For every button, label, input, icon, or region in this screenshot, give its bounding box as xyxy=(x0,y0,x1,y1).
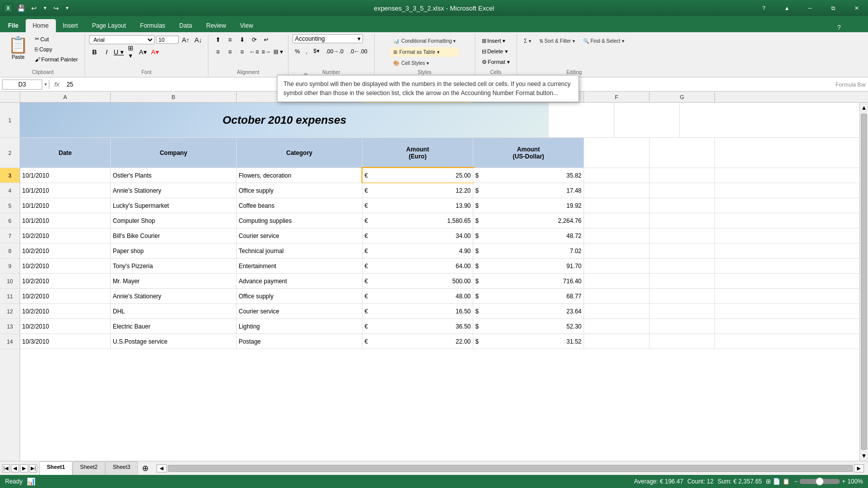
header-amount-euro[interactable]: Amount (Euro) xyxy=(363,138,473,168)
close-button[interactable]: ✕ xyxy=(845,0,868,16)
cell-b5[interactable]: Lucky's Supermarket xyxy=(111,198,237,213)
cell-d9[interactable]: € 64.00 xyxy=(363,259,473,273)
tab-insert[interactable]: Insert xyxy=(56,19,85,32)
sheet-nav-prev[interactable]: ◀ xyxy=(11,464,19,472)
row-num-7[interactable]: 7 xyxy=(0,228,20,243)
cell-e5[interactable]: $ 19.92 xyxy=(473,198,584,213)
cell-g8[interactable] xyxy=(649,243,715,258)
zoom-out-button[interactable]: − xyxy=(794,478,798,485)
header-company[interactable]: Company xyxy=(111,138,237,168)
row-num-14[interactable]: 14 xyxy=(0,334,20,349)
col-header-a[interactable]: A xyxy=(20,92,111,103)
cell-styles-button[interactable]: 🎨 Cell Styles ▾ xyxy=(390,58,459,68)
sort-filter-button[interactable]: ⇅ Sort & Filter ▾ xyxy=(536,36,578,46)
cell-b8[interactable]: Paper shop xyxy=(111,243,237,258)
fill-color-button[interactable]: A▾ xyxy=(137,46,149,57)
format-painter-button[interactable]: 🖌 Format Painter xyxy=(32,55,81,64)
row-num-10[interactable]: 10 xyxy=(0,274,20,289)
cell-g10[interactable] xyxy=(649,274,715,288)
accounting-number-format-dropdown[interactable]: Accounting ▾ xyxy=(293,34,363,43)
cell-a14[interactable]: 10/3/2010 xyxy=(20,334,111,349)
cell-f10[interactable] xyxy=(584,274,649,288)
cell-a5[interactable]: 10/1/2010 xyxy=(20,198,111,213)
cell-g14[interactable] xyxy=(649,334,715,349)
save-icon[interactable]: 💾 xyxy=(15,4,27,13)
cell-c10[interactable]: Advance payment xyxy=(237,274,363,288)
row-num-8[interactable]: 8 xyxy=(0,243,20,259)
row-num-2[interactable]: 2 xyxy=(0,138,20,168)
row-num-13[interactable]: 13 xyxy=(0,319,20,334)
cell-c11[interactable]: Office supply xyxy=(237,289,363,303)
increase-decimal-button[interactable]: .0←.00 xyxy=(347,47,370,56)
underline-button[interactable]: U ▾ xyxy=(113,46,124,57)
cell-g1[interactable] xyxy=(614,103,680,137)
cell-d11[interactable]: € 48.00 xyxy=(363,289,473,303)
delete-button[interactable]: ⊟ Delete ▾ xyxy=(479,47,511,56)
cell-b3[interactable]: Ostler's Plants xyxy=(111,168,237,183)
cell-c8[interactable]: Technical journal xyxy=(237,243,363,258)
tab-data[interactable]: Data xyxy=(172,19,199,32)
scroll-thumb-vertical[interactable] xyxy=(861,114,867,450)
sheet-tab-2[interactable]: Sheet2 xyxy=(73,461,105,475)
sheet-nav-next[interactable]: ▶ xyxy=(20,464,28,472)
corner-cell[interactable] xyxy=(0,92,20,102)
cell-f12[interactable] xyxy=(584,304,649,318)
format-as-table-button[interactable]: ⊞ Format as Table ▾ xyxy=(390,47,459,57)
cut-button[interactable]: ✂ Cut xyxy=(32,34,81,44)
cell-g3[interactable] xyxy=(649,168,715,183)
row-num-5[interactable]: 5 xyxy=(0,198,20,213)
cell-a9[interactable]: 10/2/2010 xyxy=(20,259,111,273)
cell-b13[interactable]: Electric Bauer xyxy=(111,319,237,334)
header-date[interactable]: Date xyxy=(20,138,111,168)
align-right-button[interactable]: ≡ xyxy=(237,46,248,57)
align-top-button[interactable]: ⬆ xyxy=(212,34,224,45)
scroll-up-button[interactable]: ▲ xyxy=(860,103,868,113)
percent-button[interactable]: % xyxy=(293,47,303,56)
scroll-thumb-horizontal[interactable] xyxy=(168,465,853,472)
restore-button[interactable]: ⧉ xyxy=(822,0,845,16)
new-sheet-button[interactable]: ⊕ xyxy=(138,461,153,475)
align-left-button[interactable]: ≡ xyxy=(212,46,224,57)
decrease-font-size-button[interactable]: A↓ xyxy=(193,34,204,45)
sheet-tab-1[interactable]: Sheet1 xyxy=(39,461,73,475)
cell-e14[interactable]: $ 31.52 xyxy=(473,334,584,349)
find-select-button[interactable]: 🔍 Find & Select ▾ xyxy=(580,36,627,46)
cell-g11[interactable] xyxy=(649,289,715,303)
cell-a6[interactable]: 10/1/2010 xyxy=(20,213,111,228)
cell-f5[interactable] xyxy=(584,198,649,213)
cell-e13[interactable]: $ 52.30 xyxy=(473,319,584,334)
wrap-text-button[interactable]: ↵ xyxy=(261,34,272,45)
cell-f11[interactable] xyxy=(584,289,649,303)
cell-ref-dropdown-arrow[interactable]: ▾ xyxy=(44,82,47,87)
normal-view-button[interactable]: ⊞ xyxy=(766,478,771,485)
decrease-indent-button[interactable]: ←≡ xyxy=(249,46,260,57)
cell-d10[interactable]: € 500.00 xyxy=(363,274,473,288)
cell-d3[interactable]: € 25.00 xyxy=(363,168,473,183)
header-category[interactable]: Category xyxy=(237,138,363,168)
increase-font-size-button[interactable]: A↑ xyxy=(180,34,191,45)
cell-c5[interactable]: Coffee beans xyxy=(237,198,363,213)
zoom-in-button[interactable]: + xyxy=(842,478,845,485)
cell-f2[interactable] xyxy=(584,138,649,168)
cell-c9[interactable]: Entertainment xyxy=(237,259,363,273)
zoom-slider[interactable] xyxy=(800,479,840,484)
cell-e12[interactable]: $ 23.64 xyxy=(473,304,584,318)
autosum-button[interactable]: Σ ▾ xyxy=(521,36,534,46)
vertical-scrollbar[interactable]: ▲ ▼ xyxy=(859,103,868,461)
tab-home[interactable]: Home xyxy=(26,19,56,32)
font-name-select[interactable]: Arial xyxy=(89,35,155,44)
undo-dropdown-icon[interactable]: ▼ xyxy=(41,5,49,12)
cell-b10[interactable]: Mr. Mayer xyxy=(111,274,237,288)
sheet-nav-last[interactable]: ▶| xyxy=(29,464,37,472)
cell-b6[interactable]: Computer Shop xyxy=(111,213,237,228)
cell-d12[interactable]: € 16.50 xyxy=(363,304,473,318)
cell-d8[interactable]: € 4.90 xyxy=(363,243,473,258)
row-num-3[interactable]: 3 xyxy=(0,168,20,183)
cell-e9[interactable]: $ 91.70 xyxy=(473,259,584,273)
scroll-down-button[interactable]: ▼ xyxy=(860,451,868,461)
align-bottom-button[interactable]: ⬇ xyxy=(237,34,248,45)
cell-a12[interactable]: 10/2/2010 xyxy=(20,304,111,318)
zoom-slider-thumb[interactable] xyxy=(816,477,824,485)
cell-reference-box[interactable] xyxy=(2,79,42,90)
page-break-view-button[interactable]: 📋 xyxy=(782,478,790,485)
